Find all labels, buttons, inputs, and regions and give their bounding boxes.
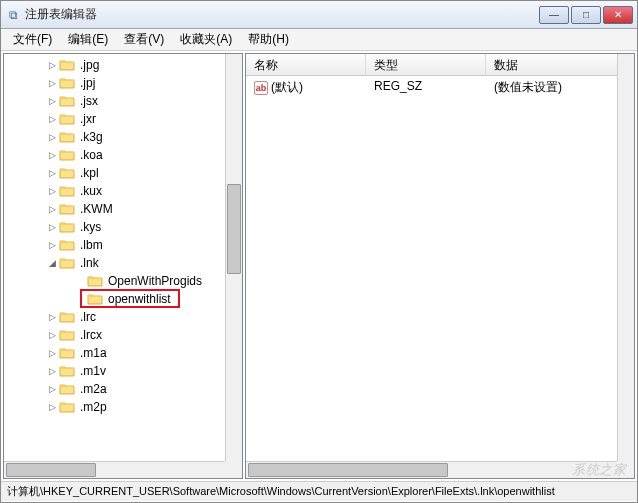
tree-item[interactable]: ▷.kpl: [10, 164, 242, 182]
tree-item[interactable]: ▷.kys: [10, 218, 242, 236]
tree-list[interactable]: ▷.jpg▷.jpj▷.jsx▷.jxr▷.k3g▷.koa▷.kpl▷.kux…: [4, 54, 242, 418]
list-vertical-scrollbar[interactable]: [617, 54, 634, 461]
tree-expander-icon[interactable]: ▷: [46, 60, 58, 70]
tree-expander-icon[interactable]: ▷: [46, 96, 58, 106]
scrollbar-thumb[interactable]: [248, 463, 448, 477]
tree-pane: ▷.jpg▷.jpj▷.jsx▷.jxr▷.k3g▷.koa▷.kpl▷.kux…: [3, 53, 243, 479]
tree-expander-icon[interactable]: ▷: [46, 402, 58, 412]
tree-item[interactable]: ▷.m2a: [10, 380, 242, 398]
tree-item-label[interactable]: .jsx: [78, 94, 100, 108]
tree-item[interactable]: ▷.KWM: [10, 200, 242, 218]
tree-item-label[interactable]: .lrc: [78, 310, 98, 324]
tree-item-label[interactable]: .kys: [78, 220, 103, 234]
tree-item[interactable]: ◢.lnk: [10, 254, 242, 272]
tree-item-label[interactable]: .lnk: [78, 256, 101, 270]
folder-icon: [59, 130, 75, 144]
tree-item[interactable]: ▷.m1a: [10, 344, 242, 362]
folder-icon: [59, 238, 75, 252]
tree-item-label[interactable]: openwithlist: [106, 292, 173, 306]
tree-expander-icon[interactable]: ▷: [46, 114, 58, 124]
tree-item[interactable]: ▷.jxr: [10, 110, 242, 128]
folder-icon: [59, 382, 75, 396]
tree-expander-icon[interactable]: ▷: [46, 330, 58, 340]
cell-name: ab(默认): [246, 78, 366, 97]
tree-item-label[interactable]: .koa: [78, 148, 105, 162]
tree-item[interactable]: OpenWithProgids: [10, 272, 242, 290]
tree-item[interactable]: ▷.jpg: [10, 56, 242, 74]
tree-expander-icon[interactable]: ▷: [46, 312, 58, 322]
column-header-data[interactable]: 数据: [486, 54, 634, 75]
folder-icon: [59, 166, 75, 180]
tree-item-label[interactable]: .jxr: [78, 112, 98, 126]
tree-expander-icon[interactable]: ◢: [46, 258, 58, 268]
menu-edit[interactable]: 编辑(E): [60, 29, 116, 50]
tree-item-label[interactable]: .jpj: [78, 76, 97, 90]
menu-favorites[interactable]: 收藏夹(A): [172, 29, 240, 50]
tree-expander-icon[interactable]: ▷: [46, 366, 58, 376]
tree-expander-icon[interactable]: ▷: [46, 78, 58, 88]
folder-icon: [59, 94, 75, 108]
tree-expander-icon[interactable]: ▷: [46, 204, 58, 214]
tree-item[interactable]: ▷.jsx: [10, 92, 242, 110]
scrollbar-thumb[interactable]: [6, 463, 96, 477]
tree-expander-icon[interactable]: ▷: [46, 240, 58, 250]
folder-icon: [59, 112, 75, 126]
tree-item[interactable]: ▷.k3g: [10, 128, 242, 146]
folder-icon: [59, 256, 75, 270]
tree-item-label[interactable]: .m1a: [78, 346, 109, 360]
folder-icon: [59, 220, 75, 234]
cell-data: (数值未设置): [486, 78, 634, 97]
tree-item[interactable]: ▷.lrcx: [10, 326, 242, 344]
tree-item-label[interactable]: .m2a: [78, 382, 109, 396]
column-header-type[interactable]: 类型: [366, 54, 486, 75]
minimize-button[interactable]: —: [539, 6, 569, 24]
window-controls: — □ ✕: [537, 6, 633, 24]
tree-item[interactable]: ▷.koa: [10, 146, 242, 164]
folder-icon: [87, 292, 103, 306]
folder-icon: [59, 148, 75, 162]
tree-expander-icon[interactable]: ▷: [46, 186, 58, 196]
list-body[interactable]: ab(默认)REG_SZ(数值未设置): [246, 76, 634, 99]
tree-item[interactable]: ▷.jpj: [10, 74, 242, 92]
tree-item-label[interactable]: .m2p: [78, 400, 109, 414]
tree-expander-icon[interactable]: ▷: [46, 348, 58, 358]
list-pane: 名称 类型 数据 ab(默认)REG_SZ(数值未设置): [245, 53, 635, 479]
app-icon: ⧉: [5, 7, 21, 23]
list-horizontal-scrollbar[interactable]: [246, 461, 617, 478]
reg-string-icon: ab: [254, 81, 268, 95]
tree-item[interactable]: ▷.lbm: [10, 236, 242, 254]
tree-item-label[interactable]: OpenWithProgids: [106, 274, 204, 288]
tree-expander-icon[interactable]: ▷: [46, 150, 58, 160]
tree-item-label[interactable]: .lrcx: [78, 328, 104, 342]
menu-view[interactable]: 查看(V): [116, 29, 172, 50]
tree-expander-icon[interactable]: ▷: [46, 168, 58, 178]
tree-item[interactable]: openwithlist: [10, 290, 242, 308]
tree-item-label[interactable]: .k3g: [78, 130, 105, 144]
tree-item-label[interactable]: .kux: [78, 184, 104, 198]
tree-item[interactable]: ▷.lrc: [10, 308, 242, 326]
column-header-name[interactable]: 名称: [246, 54, 366, 75]
tree-item[interactable]: ▷.m1v: [10, 362, 242, 380]
scrollbar-thumb[interactable]: [227, 184, 241, 274]
tree-item-label[interactable]: .lbm: [78, 238, 105, 252]
tree-expander-icon[interactable]: ▷: [46, 384, 58, 394]
list-row[interactable]: ab(默认)REG_SZ(数值未设置): [246, 76, 634, 99]
tree-item-label[interactable]: .jpg: [78, 58, 101, 72]
tree-item-label[interactable]: .kpl: [78, 166, 101, 180]
tree-item-label[interactable]: .m1v: [78, 364, 108, 378]
maximize-button[interactable]: □: [571, 6, 601, 24]
tree-item-label[interactable]: .KWM: [78, 202, 115, 216]
tree-expander-icon[interactable]: ▷: [46, 222, 58, 232]
folder-icon: [59, 58, 75, 72]
folder-icon: [59, 202, 75, 216]
menu-file[interactable]: 文件(F): [5, 29, 60, 50]
tree-item[interactable]: ▷.m2p: [10, 398, 242, 416]
tree-item[interactable]: ▷.kux: [10, 182, 242, 200]
tree-vertical-scrollbar[interactable]: [225, 54, 242, 461]
folder-icon: [59, 76, 75, 90]
menu-help[interactable]: 帮助(H): [240, 29, 297, 50]
tree-expander-icon[interactable]: ▷: [46, 132, 58, 142]
close-button[interactable]: ✕: [603, 6, 633, 24]
tree-horizontal-scrollbar[interactable]: [4, 461, 225, 478]
title-bar: ⧉ 注册表编辑器 — □ ✕: [1, 1, 637, 29]
